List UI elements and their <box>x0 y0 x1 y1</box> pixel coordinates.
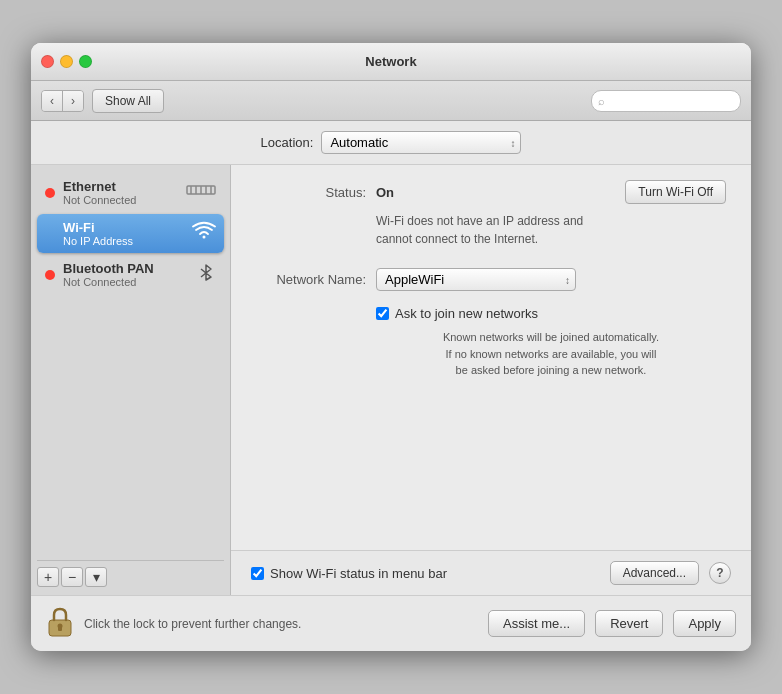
ask-desc-line2: If no known networks are available, you … <box>446 348 657 360</box>
sidebar-item-bluetooth[interactable]: Bluetooth PAN Not Connected <box>37 255 224 294</box>
show-wifi-checkbox[interactable] <box>251 567 264 580</box>
lock-text: Click the lock to prevent further change… <box>84 617 478 631</box>
search-wrapper: ⌕ <box>591 90 741 112</box>
wifi-status: No IP Address <box>63 235 184 247</box>
wifi-info: Wi-Fi No IP Address <box>63 220 184 247</box>
maximize-button[interactable] <box>79 55 92 68</box>
network-select-wrapper: AppleWiFi ↕ <box>376 268 576 291</box>
show-wifi-row: Show Wi-Fi status in menu bar <box>251 566 447 581</box>
ethernet-info: Ethernet Not Connected <box>63 179 178 206</box>
status-desc-line2: cannot connect to the Internet. <box>376 232 538 246</box>
bluetooth-status: Not Connected <box>63 276 188 288</box>
revert-button[interactable]: Revert <box>595 610 663 637</box>
ask-desc-line3: be asked before joining a new network. <box>456 364 647 376</box>
lock-icon[interactable] <box>46 606 74 641</box>
bottom-bar: Click the lock to prevent further change… <box>31 595 751 651</box>
show-all-button[interactable]: Show All <box>92 89 164 113</box>
apply-button[interactable]: Apply <box>673 610 736 637</box>
traffic-lights <box>41 55 92 68</box>
assist-me-button[interactable]: Assist me... <box>488 610 585 637</box>
ethernet-status: Not Connected <box>63 194 178 206</box>
status-description: Wi-Fi does not have an IP address and ca… <box>376 212 726 248</box>
sidebar: Ethernet Not Connected <box>31 165 231 595</box>
location-select-wrapper: Automatic Edit Locations... ↕ <box>321 131 521 154</box>
back-button[interactable]: ‹ <box>42 91 63 111</box>
bluetooth-info: Bluetooth PAN Not Connected <box>63 261 188 288</box>
ask-join-description: Known networks will be joined automatica… <box>376 329 726 379</box>
ethernet-name: Ethernet <box>63 179 178 194</box>
wifi-name: Wi-Fi <box>63 220 184 235</box>
network-name-row: Network Name: AppleWiFi ↕ <box>256 268 726 291</box>
network-name-label: Network Name: <box>256 272 366 287</box>
inner-detail: Status: On Turn Wi-Fi Off Wi-Fi does not… <box>231 165 751 550</box>
status-value: On <box>376 185 394 200</box>
network-name-select[interactable]: AppleWiFi <box>376 268 576 291</box>
search-input[interactable] <box>591 90 741 112</box>
sidebar-controls: + − ▾ <box>37 560 224 587</box>
close-button[interactable] <box>41 55 54 68</box>
status-label: Status: <box>256 185 366 200</box>
status-desc-line1: Wi-Fi does not have an IP address and <box>376 214 583 228</box>
location-label: Location: <box>261 135 314 150</box>
bluetooth-icon <box>196 262 216 287</box>
ask-desc-line1: Known networks will be joined automatica… <box>443 331 659 343</box>
ethernet-icon <box>186 180 216 205</box>
detail-bottom-bar: Show Wi-Fi status in menu bar Advanced..… <box>231 550 751 595</box>
search-icon: ⌕ <box>598 95 605 107</box>
window-title: Network <box>365 54 416 69</box>
nav-buttons: ‹ › <box>41 90 84 112</box>
sidebar-item-ethernet[interactable]: Ethernet Not Connected <box>37 173 224 212</box>
main-content: Ethernet Not Connected <box>31 165 751 595</box>
help-button[interactable]: ? <box>709 562 731 584</box>
location-select[interactable]: Automatic Edit Locations... <box>321 131 521 154</box>
sidebar-item-wifi[interactable]: Wi-Fi No IP Address <box>37 214 224 253</box>
network-window: Network ‹ › Show All ⌕ Location: Automat… <box>31 43 751 651</box>
ethernet-status-dot <box>45 188 55 198</box>
detail-panel: Status: On Turn Wi-Fi Off Wi-Fi does not… <box>231 165 751 595</box>
svg-point-10 <box>58 624 63 629</box>
show-wifi-label[interactable]: Show Wi-Fi status in menu bar <box>270 566 447 581</box>
wifi-icon <box>192 221 216 246</box>
titlebar: Network <box>31 43 751 81</box>
bluetooth-status-dot <box>45 270 55 280</box>
ask-join-row: Ask to join new networks <box>376 306 726 321</box>
ask-join-label[interactable]: Ask to join new networks <box>395 306 538 321</box>
more-options-button[interactable]: ▾ <box>85 567 107 587</box>
turn-wifi-button[interactable]: Turn Wi-Fi Off <box>625 180 726 204</box>
status-row: Status: On Turn Wi-Fi Off <box>256 180 726 204</box>
wifi-status-spacer <box>45 229 55 239</box>
location-bar: Location: Automatic Edit Locations... ↕ <box>31 121 751 165</box>
ask-join-checkbox[interactable] <box>376 307 389 320</box>
minimize-button[interactable] <box>60 55 73 68</box>
forward-button[interactable]: › <box>63 91 83 111</box>
add-network-button[interactable]: + <box>37 567 59 587</box>
advanced-button[interactable]: Advanced... <box>610 561 699 585</box>
toolbar: ‹ › Show All ⌕ <box>31 81 751 121</box>
bluetooth-name: Bluetooth PAN <box>63 261 188 276</box>
remove-network-button[interactable]: − <box>61 567 83 587</box>
